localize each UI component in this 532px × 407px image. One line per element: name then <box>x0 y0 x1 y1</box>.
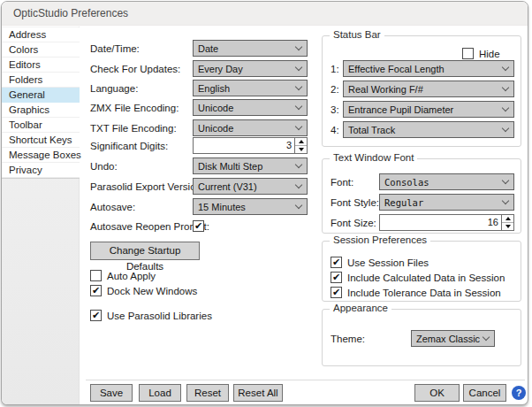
window-title: OpticStudio Preferences <box>13 7 128 19</box>
sidebar-item-message-boxes[interactable]: Message Boxes <box>2 148 80 163</box>
datetime-row: Date/Time: Date <box>90 40 308 57</box>
chevron-down-icon <box>295 202 302 209</box>
save-button[interactable]: Save <box>90 384 133 402</box>
status-slot-3-label: 3: <box>331 104 343 115</box>
chevron-down-icon <box>502 177 509 184</box>
autosave-dropdown[interactable]: 15 Minutes <box>193 198 308 215</box>
font-style-dropdown[interactable]: Regular <box>379 194 514 211</box>
help-icon[interactable]: ? <box>512 386 526 400</box>
chevron-down-icon <box>502 84 509 91</box>
font-style-label: Font Style: <box>331 197 379 208</box>
status-slot-1-label: 1: <box>331 64 343 74</box>
significant-digits-input[interactable]: 3 <box>194 138 294 153</box>
status-slot-1-dropdown[interactable]: Effective Focal Length <box>343 60 514 77</box>
include-tolerance-data-checkbox[interactable] <box>331 287 342 298</box>
chevron-down-icon <box>502 197 509 204</box>
font-dropdown[interactable]: Consolas <box>379 173 514 190</box>
cancel-button[interactable]: Cancel <box>463 384 506 402</box>
sidebar-item-privacy[interactable]: Privacy <box>2 163 80 178</box>
status-slot-4-label: 4: <box>331 125 343 135</box>
theme-row: Theme: Zemax Classic <box>331 330 495 347</box>
sidebar-item-address[interactable]: Address <box>2 27 80 42</box>
font-size-input[interactable]: 16 <box>380 215 501 230</box>
hide-row: Hide <box>462 47 500 60</box>
sidebar-item-shortcut-keys[interactable]: Shortcut Keys <box>2 133 80 148</box>
txt-encoding-label: TXT File Encoding: <box>90 123 193 134</box>
txt-encoding-dropdown[interactable]: Unicode <box>193 119 308 136</box>
status-bar-group-title: Status Bar <box>330 29 384 40</box>
dock-new-windows-checkbox[interactable] <box>90 285 102 296</box>
chevron-down-icon <box>502 64 509 71</box>
sidebar: Address Colors Editors Folders General G… <box>2 27 80 404</box>
auto-apply-checkbox[interactable] <box>90 270 102 281</box>
status-slot-3-row: 3: Entrance Pupil Diameter <box>331 101 514 118</box>
triangle-up-icon <box>299 140 304 143</box>
significant-digits-spinner: 3 <box>193 137 308 154</box>
spin-up-button[interactable] <box>502 215 513 223</box>
theme-dropdown[interactable]: Zemax Classic <box>411 330 495 347</box>
appearance-group-title: Appearance <box>330 303 391 313</box>
check-updates-label: Check For Updates: <box>90 64 193 74</box>
chevron-down-icon <box>295 43 302 50</box>
text-window-font-group-title: Text Window Font <box>330 152 417 163</box>
undo-label: Undo: <box>90 161 193 172</box>
significant-digits-row: Significant Digits: 3 <box>90 137 308 154</box>
use-session-files-checkbox[interactable] <box>331 257 342 268</box>
zmx-encoding-row: ZMX File Encoding: Unicode <box>90 99 308 116</box>
chevron-down-icon <box>295 83 302 90</box>
status-slot-3-dropdown[interactable]: Entrance Pupil Diameter <box>343 101 514 118</box>
sidebar-item-graphics[interactable]: Graphics <box>2 103 80 118</box>
change-startup-defaults-button[interactable]: Change Startup Defaults <box>90 242 200 260</box>
preferences-dialog: OpticStudio Preferences Address Colors E… <box>1 1 528 405</box>
use-parasolid-libraries-checkbox[interactable] <box>90 310 102 321</box>
chevron-down-icon <box>502 125 509 132</box>
session-preferences-group-title: Session Preferences <box>330 234 430 245</box>
language-dropdown[interactable]: English <box>193 80 308 96</box>
sidebar-item-folders[interactable]: Folders <box>2 73 80 88</box>
sidebar-item-general[interactable]: General <box>2 88 80 103</box>
autosave-reopen-label: Autosave Reopen Prompt: <box>90 221 193 232</box>
parasolid-version-label: Parasolid Export Version: <box>90 181 193 192</box>
use-session-files-row: Use Session Files <box>331 256 429 269</box>
status-slot-4-dropdown[interactable]: Total Track <box>343 121 514 138</box>
include-calculated-data-checkbox[interactable] <box>331 272 342 283</box>
triangle-down-icon <box>505 225 511 228</box>
zmx-encoding-dropdown[interactable]: Unicode <box>193 99 308 116</box>
txt-encoding-row: TXT File Encoding: Unicode <box>90 119 308 136</box>
chevron-down-icon <box>483 334 490 341</box>
undo-row: Undo: Disk Multi Step <box>90 157 308 174</box>
datetime-dropdown[interactable]: Date <box>193 40 308 57</box>
spin-up-button[interactable] <box>295 138 307 146</box>
spinner-buttons <box>294 138 307 153</box>
sidebar-item-toolbar[interactable]: Toolbar <box>2 118 80 133</box>
ok-button[interactable]: OK <box>414 384 460 402</box>
language-row: Language: English <box>90 80 308 96</box>
font-size-row: Font Size: 16 <box>331 214 514 231</box>
include-tolerance-data-row: Include Tolerance Data in Session <box>331 286 501 299</box>
spinner-buttons <box>501 215 513 230</box>
chevron-down-icon <box>295 103 302 110</box>
sidebar-item-editors[interactable]: Editors <box>2 58 80 73</box>
hide-checkbox[interactable] <box>462 48 474 59</box>
reset-all-button[interactable]: Reset All <box>233 384 283 402</box>
status-slot-1-row: 1: Effective Focal Length <box>331 60 514 77</box>
autosave-reopen-checkbox[interactable] <box>193 220 204 232</box>
zmx-encoding-label: ZMX File Encoding: <box>90 103 193 113</box>
theme-label: Theme: <box>331 334 411 344</box>
status-slot-2-dropdown[interactable]: Real Working F/# <box>343 81 514 97</box>
load-button[interactable]: Load <box>139 384 181 402</box>
undo-dropdown[interactable]: Disk Multi Step <box>193 157 308 174</box>
reset-button[interactable]: Reset <box>186 384 229 402</box>
spin-down-button[interactable] <box>295 146 307 153</box>
spin-down-button[interactable] <box>502 223 513 230</box>
font-size-spinner: 16 <box>379 214 514 231</box>
check-updates-row: Check For Updates: Every Day <box>90 60 308 77</box>
font-size-label: Font Size: <box>331 218 379 228</box>
status-slot-4-row: 4: Total Track <box>331 121 514 138</box>
triangle-down-icon <box>299 148 304 151</box>
title-bar[interactable]: OpticStudio Preferences <box>2 2 528 26</box>
footer-separator <box>86 380 525 380</box>
parasolid-version-dropdown[interactable]: Current (V31) <box>193 178 308 195</box>
sidebar-item-colors[interactable]: Colors <box>2 42 80 58</box>
check-updates-dropdown[interactable]: Every Day <box>193 60 308 77</box>
